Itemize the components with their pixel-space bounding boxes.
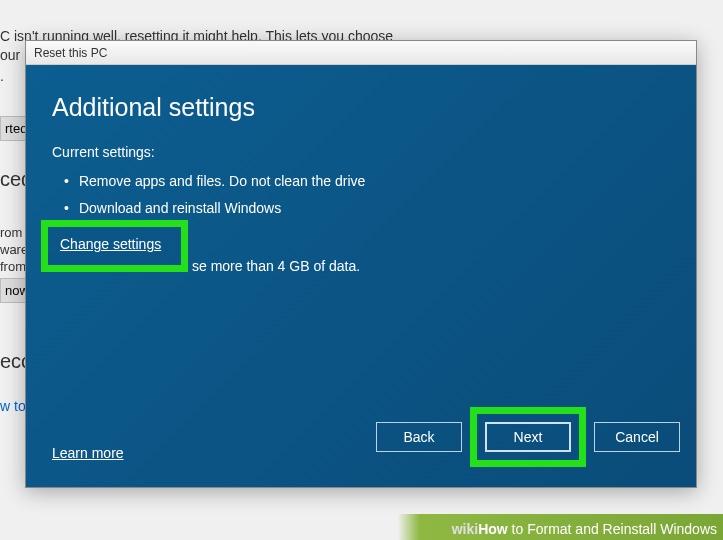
bg-text-from1: rom xyxy=(0,225,22,240)
bg-text-ware: ware xyxy=(0,242,28,257)
settings-item: Download and reinstall Windows xyxy=(52,195,670,222)
bg-text-from2: from xyxy=(0,259,26,274)
dialog-title: Reset this PC xyxy=(34,46,107,60)
next-button[interactable]: Next xyxy=(485,422,571,452)
dialog-titlebar: Reset this PC xyxy=(26,41,696,65)
highlight-next-button: Next xyxy=(470,407,586,467)
change-settings-link[interactable]: Change settings xyxy=(60,236,161,252)
dialog-heading: Additional settings xyxy=(52,93,670,122)
dialog-body: Additional settings Current settings: Re… xyxy=(26,65,696,487)
current-settings-label: Current settings: xyxy=(52,144,670,160)
brand-suffix: How xyxy=(478,521,508,537)
settings-list: Remove apps and files. Do not clean the … xyxy=(52,168,670,223)
back-button[interactable]: Back xyxy=(376,422,462,452)
dialog-button-row: Back Next Cancel xyxy=(368,407,680,467)
bg-text-line3: . xyxy=(0,68,4,84)
brand-prefix: wiki xyxy=(452,521,478,537)
bg-howto-link[interactable]: w to xyxy=(0,398,26,414)
article-title: to Format and Reinstall Windows xyxy=(508,521,717,537)
footer-watermark-bar: wikiHow to Format and Reinstall Windows xyxy=(0,514,723,540)
data-usage-note: se more than 4 GB of data. xyxy=(192,258,360,274)
settings-item: Remove apps and files. Do not clean the … xyxy=(52,168,670,195)
learn-more-link[interactable]: Learn more xyxy=(52,445,124,461)
footer-text: wikiHow to Format and Reinstall Windows xyxy=(452,521,717,537)
highlight-change-settings: Change settings xyxy=(41,220,188,272)
reset-pc-dialog: Reset this PC Additional settings Curren… xyxy=(25,40,697,488)
bg-text-line2: our xyxy=(0,47,20,63)
cancel-button[interactable]: Cancel xyxy=(594,422,680,452)
